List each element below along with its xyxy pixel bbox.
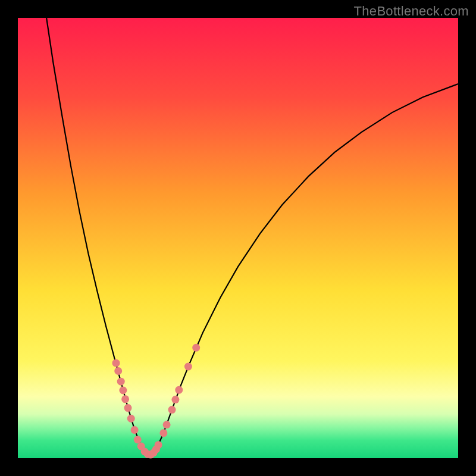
marker-point: [127, 415, 135, 422]
marker-point: [124, 404, 132, 412]
marker-point: [171, 396, 179, 403]
marker-point: [175, 386, 183, 394]
marker-point: [112, 359, 120, 367]
marker-point: [119, 387, 127, 394]
marker-point: [131, 426, 139, 434]
chart-frame: TheBottleneck.com: [0, 0, 476, 476]
marker-point: [168, 406, 176, 414]
marker-point: [134, 436, 142, 443]
marker-point: [117, 378, 125, 386]
marker-point: [192, 344, 200, 352]
watermark-text: TheBottleneck.com: [354, 4, 469, 19]
curve-svg: [18, 18, 458, 458]
marker-point: [155, 441, 162, 449]
marker-point: [114, 367, 122, 375]
bottleneck-curve: [46, 18, 458, 455]
marker-point: [163, 421, 171, 428]
curve-markers: [112, 344, 201, 459]
marker-point: [184, 363, 192, 371]
marker-point: [159, 429, 167, 437]
plot-area: [18, 18, 458, 458]
marker-point: [121, 395, 129, 403]
